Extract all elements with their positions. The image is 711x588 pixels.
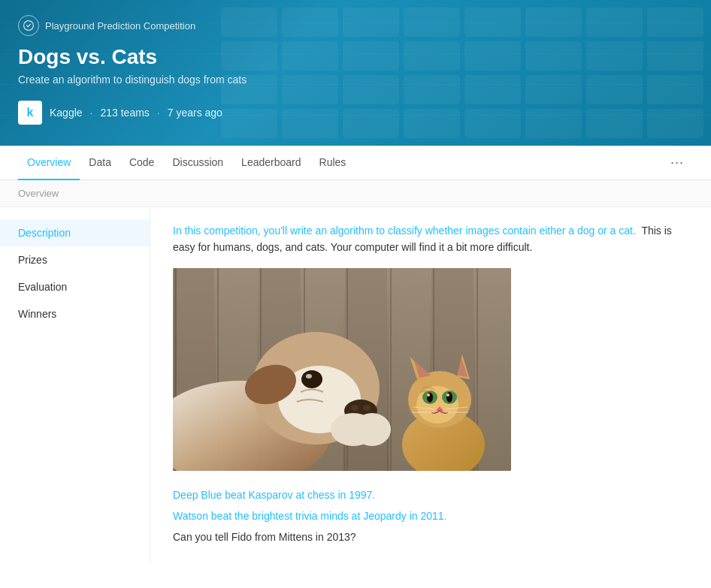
time-ago: 7 years ago	[168, 107, 222, 119]
svg-point-27	[306, 374, 312, 378]
caption-text-2: Watson beat the brightest trivia minds a…	[173, 510, 446, 522]
tab-data[interactable]: Data	[80, 146, 120, 180]
breadcrumb-label: Overview	[18, 188, 59, 199]
description-text-1: In this competition, you'll write an alg…	[173, 225, 636, 237]
caption-text-3: Can you tell Fido from Mittens in 2013?	[173, 531, 356, 543]
sidebar: Description Prizes Evaluation Winners	[0, 207, 150, 562]
tab-leaderboard[interactable]: Leaderboard	[232, 146, 310, 180]
caption-text-1: Deep Blue beat Kasparov at chess in 1997…	[173, 489, 375, 501]
svg-point-26	[301, 370, 322, 388]
svg-rect-13	[390, 268, 392, 471]
competition-subtitle: Create an algorithm to distinguish dogs …	[18, 74, 693, 86]
description-paragraph: In this competition, you'll write an alg…	[173, 222, 688, 256]
competition-tag-icon	[18, 15, 39, 36]
content-area: In this competition, you'll write an alg…	[150, 207, 711, 562]
caption-line-3: Can you tell Fido from Mittens in 2013?	[173, 526, 688, 547]
main-content: Description Prizes Evaluation Winners In…	[0, 207, 711, 562]
svg-point-41	[446, 394, 449, 397]
competition-tag: Playground Prediction Competition	[18, 15, 693, 36]
tab-overview[interactable]: Overview	[18, 146, 80, 180]
separator-1: ·	[90, 107, 93, 119]
nav-tabs: Overview Data Code Discussion Leaderboar…	[18, 146, 661, 179]
header-meta: k Kaggle · 213 teams · 7 years ago	[18, 101, 693, 125]
competition-image	[173, 268, 511, 471]
caption-line-2: Watson beat the brightest trivia minds a…	[173, 505, 688, 526]
competition-title: Dogs vs. Cats	[18, 45, 693, 69]
svg-point-39	[446, 392, 452, 403]
more-options-button[interactable]: ···	[661, 149, 693, 176]
svg-point-40	[427, 394, 430, 397]
caption-links: Deep Blue beat Kasparov at chess in 1997…	[173, 484, 688, 547]
tab-rules[interactable]: Rules	[310, 146, 356, 180]
organizer-name: Kaggle	[50, 107, 83, 119]
page-header: Playground Prediction Competition Dogs v…	[0, 0, 711, 146]
svg-point-25	[353, 413, 391, 446]
sidebar-item-description[interactable]: Description	[0, 219, 150, 246]
navigation-bar: Overview Data Code Discussion Leaderboar…	[0, 146, 711, 180]
sidebar-item-evaluation[interactable]: Evaluation	[0, 273, 150, 300]
svg-point-22	[351, 405, 359, 411]
competition-tag-label: Playground Prediction Competition	[45, 20, 195, 32]
tab-discussion[interactable]: Discussion	[163, 146, 232, 180]
breadcrumb: Overview	[0, 180, 711, 207]
teams-count: 213 teams	[100, 107, 149, 119]
separator-2: ·	[157, 107, 160, 119]
tab-code[interactable]: Code	[120, 146, 163, 180]
kaggle-avatar: k	[18, 101, 42, 125]
caption-line-1: Deep Blue beat Kasparov at chess in 1997…	[173, 484, 688, 505]
sidebar-item-prizes[interactable]: Prizes	[0, 246, 150, 273]
svg-point-23	[363, 405, 371, 411]
sidebar-item-winners[interactable]: Winners	[0, 300, 150, 327]
